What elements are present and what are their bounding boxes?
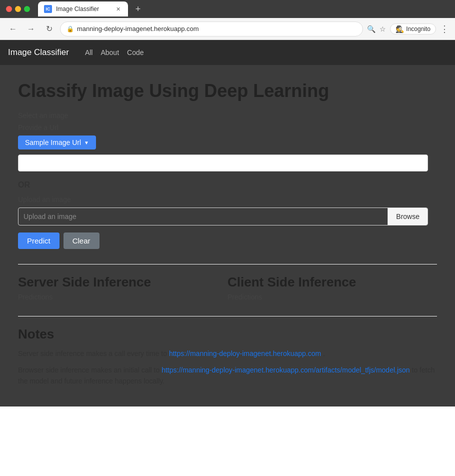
nav-links: All About Code	[85, 48, 144, 56]
clear-button[interactable]: Clear	[64, 232, 100, 249]
client-predictions-label: Predictions	[228, 293, 437, 301]
upload-input-placeholder: Upload an image	[18, 212, 388, 220]
bookmark-icon[interactable]: ☆	[380, 25, 386, 33]
notes-divider	[18, 316, 437, 316]
url-text: manning-deploy-imagenet.herokuapp.com	[77, 25, 356, 32]
notes-line2-before: Browser side inference makes an initial …	[18, 366, 162, 374]
notes-section: Notes Server side inference makes a call…	[18, 326, 437, 386]
incognito-badge: 🕵️ Incognito	[390, 24, 436, 34]
upload-section: Upload an image Upload an image Browse	[18, 196, 437, 226]
tab-favicon: IC	[44, 5, 52, 13]
lock-icon: 🔒	[66, 26, 74, 32]
sample-image-url-button[interactable]: Sample Image Url ▼	[18, 136, 96, 150]
maximize-traffic-light[interactable]	[24, 6, 30, 12]
upload-placeholder-text: Upload an image	[24, 212, 76, 220]
notes-title: Notes	[18, 326, 437, 342]
upload-label: Upload an image	[18, 196, 437, 204]
upload-row: Upload an image Browse	[18, 208, 428, 226]
title-bar: IC Image Classifier ✕ +	[0, 0, 455, 18]
browser-window: IC Image Classifier ✕ + ← → ↻ 🔒 manning-…	[0, 0, 455, 406]
address-bar-row: ← → ↻ 🔒 manning-deploy-imagenet.herokuap…	[0, 18, 455, 40]
nav-link-code[interactable]: Code	[127, 48, 144, 56]
app-brand: Image Classifier	[8, 48, 69, 58]
url-input[interactable]	[18, 154, 428, 172]
incognito-icon: 🕵️	[396, 25, 404, 33]
select-image-label: Select an image	[18, 112, 437, 120]
url-section: Provide a Url Sample Image Url ▼	[18, 124, 437, 172]
notes-line-1: Server side inference makes a call every…	[18, 348, 437, 359]
main-content: Classify Image Using Deep Learning Selec…	[0, 65, 455, 406]
minimize-traffic-light[interactable]	[15, 6, 21, 12]
predict-button[interactable]: Predict	[18, 232, 60, 249]
page-title: Classify Image Using Deep Learning	[18, 80, 437, 102]
tab-bar: IC Image Classifier ✕ +	[38, 2, 449, 16]
forward-button[interactable]: →	[24, 22, 38, 36]
notes-line1-after: .	[321, 350, 325, 358]
notes-link-2[interactable]: https://manning-deploy-imagenet.herokuap…	[162, 366, 410, 374]
or-divider: OR	[18, 180, 437, 190]
nav-link-all[interactable]: All	[85, 48, 93, 56]
tab-close-button[interactable]: ✕	[114, 5, 122, 13]
browse-button[interactable]: Browse	[388, 208, 428, 225]
notes-line-2: Browser side inference makes an initial …	[18, 364, 437, 387]
tab-title: Image Classifier	[56, 6, 110, 12]
address-bar-icons: 🔍 ☆ 🕵️ Incognito ⋮	[367, 24, 449, 34]
client-inference-col: Client Side Inference Predictions	[228, 274, 437, 301]
reload-button[interactable]: ↻	[42, 22, 56, 36]
client-inference-title: Client Side Inference	[228, 274, 437, 290]
provide-url-label: Provide a Url	[18, 124, 437, 132]
server-predictions-label: Predictions	[18, 293, 228, 301]
active-tab[interactable]: IC Image Classifier ✕	[38, 2, 128, 16]
incognito-label: Incognito	[406, 26, 430, 32]
nav-link-about[interactable]: About	[100, 48, 119, 56]
search-icon[interactable]: 🔍	[367, 25, 376, 33]
new-tab-button[interactable]: +	[132, 3, 144, 15]
server-inference-title: Server Side Inference	[18, 274, 228, 290]
action-buttons: Predict Clear	[18, 232, 437, 249]
inference-row: Server Side Inference Predictions Client…	[18, 274, 437, 301]
browser-menu-button[interactable]: ⋮	[440, 24, 449, 34]
server-inference-col: Server Side Inference Predictions	[18, 274, 228, 301]
sample-image-url-label: Sample Image Url	[25, 138, 81, 146]
dropdown-caret-icon: ▼	[84, 140, 89, 146]
notes-line1-before: Server side inference makes a call every…	[18, 350, 169, 358]
inference-divider	[18, 264, 437, 264]
notes-link-1[interactable]: https://manning-deploy-imagenet.herokuap…	[169, 350, 321, 358]
back-button[interactable]: ←	[6, 22, 20, 36]
address-bar[interactable]: 🔒 manning-deploy-imagenet.herokuapp.com	[60, 22, 363, 36]
close-traffic-light[interactable]	[6, 6, 12, 12]
app-navbar: Image Classifier All About Code	[0, 40, 455, 65]
traffic-lights	[6, 6, 30, 12]
